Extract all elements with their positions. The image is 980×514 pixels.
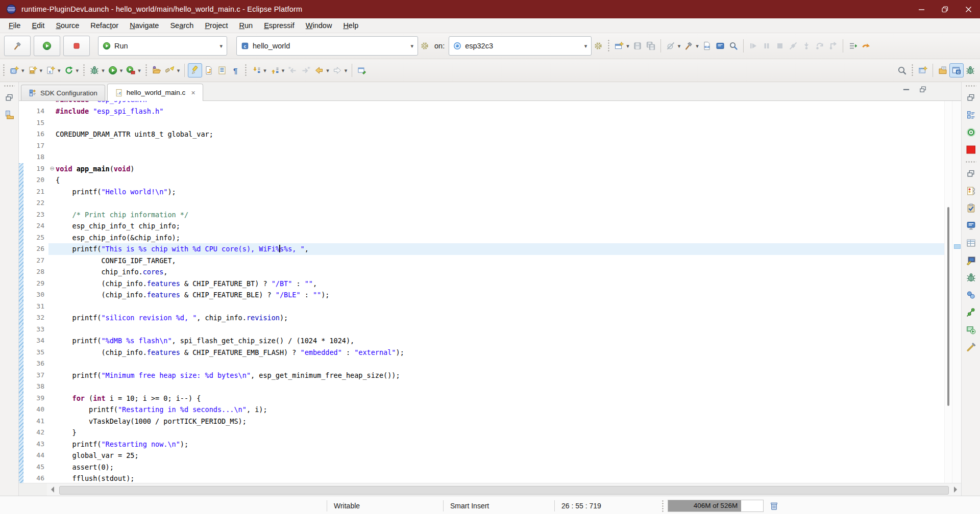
previous-annotation-button[interactable] [268, 64, 281, 77]
restore-view-button-2[interactable] [964, 166, 978, 181]
outline-view-button[interactable] [964, 108, 978, 122]
terminate-button[interactable] [773, 39, 787, 53]
code-line[interactable]: 39 for (int i = 10; i >= 0; i--) { [19, 393, 944, 404]
debug-button[interactable] [88, 64, 101, 77]
code-line[interactable]: 22 [19, 197, 944, 209]
console-view-button[interactable] [964, 218, 978, 233]
code-lines[interactable]: #include "esp_system.h"14#include "esp_s… [19, 101, 944, 483]
target-settings-button[interactable] [592, 39, 605, 53]
chevron-down-icon[interactable]: ▾ [58, 68, 61, 73]
toggle-mark-occurrences-button[interactable] [188, 63, 202, 78]
chevron-down-icon[interactable]: ▾ [263, 68, 266, 73]
code-line[interactable]: 18 [19, 151, 944, 163]
menu-edit[interactable]: Edit [26, 21, 50, 30]
code-line[interactable]: 35 (chip_info.features & CHIP_FEATURE_EM… [19, 347, 944, 358]
code-line[interactable]: 20{ [19, 174, 944, 186]
link-with-editor-button[interactable] [202, 64, 215, 77]
code-line[interactable]: 24 esp_chip_info_t chip_info; [19, 220, 944, 232]
pin-editor-button[interactable] [355, 64, 369, 77]
build-button[interactable] [4, 36, 31, 56]
step-into-button[interactable] [800, 39, 813, 53]
chevron-down-icon[interactable]: ▾ [177, 68, 180, 73]
menu-project[interactable]: Project [199, 21, 233, 30]
code-line[interactable]: 36 [19, 358, 944, 370]
restore-view-button[interactable] [2, 90, 16, 105]
breakpoints-view-button[interactable] [964, 288, 978, 302]
menu-run[interactable]: Run [234, 21, 259, 30]
heap-status-view-button[interactable] [964, 125, 978, 139]
chevron-down-icon[interactable]: ▾ [76, 68, 79, 73]
chevron-down-icon[interactable]: ▾ [120, 68, 123, 73]
scroll-right-arrow[interactable] [954, 486, 957, 493]
chevron-down-icon[interactable]: ▾ [678, 43, 681, 49]
quick-access-search-button[interactable] [895, 64, 909, 77]
code-line[interactable]: 45 assert(0); [19, 461, 944, 473]
code-line[interactable]: 34 printf("%dMB %s flash\n", spi_flash_g… [19, 335, 944, 347]
new-file-button[interactable] [26, 64, 39, 77]
terminate-launch-button[interactable] [63, 36, 90, 56]
suspend-button[interactable] [760, 39, 773, 53]
menu-navigate[interactable]: Navigate [124, 21, 164, 30]
code-line[interactable]: 23 /* Print chip information */ [19, 209, 944, 221]
drag-handle[interactable] [4, 85, 15, 87]
peripherals-view-button[interactable] [964, 340, 978, 354]
run-garbage-collector-button[interactable] [767, 499, 781, 512]
editor-horizontal-scrollbar[interactable] [19, 483, 961, 496]
search-marker-button[interactable] [163, 64, 177, 77]
window-close-button[interactable] [957, 0, 980, 18]
launch-config-settings-button[interactable] [418, 39, 431, 53]
restore-view-button[interactable] [964, 90, 978, 105]
code-line[interactable]: 43 printf("Restarting now.\n"); [19, 439, 944, 450]
menu-espressif[interactable]: Espressif [258, 21, 300, 30]
disconnect-button[interactable] [787, 39, 800, 53]
code-line[interactable]: 25 esp_chip_info(&chip_info); [19, 232, 944, 244]
code-line[interactable]: 40 printf("Restarting in %d seconds...\n… [19, 404, 944, 416]
problems-view-button[interactable] [964, 184, 978, 198]
window-minimize-button[interactable] [910, 0, 933, 18]
next-annotation-button[interactable] [250, 64, 263, 77]
c-cpp-perspective-button[interactable] [949, 63, 964, 78]
jump-to-frame-button[interactable] [860, 39, 873, 53]
minimize-editor-button[interactable] [902, 85, 911, 96]
launch-mode-combo[interactable]: Run ▾ [98, 36, 227, 56]
launch-button[interactable] [34, 36, 60, 56]
chevron-down-icon[interactable]: ▾ [21, 68, 24, 73]
open-element-button[interactable] [727, 39, 740, 53]
save-button[interactable] [631, 39, 644, 53]
run-button[interactable] [106, 64, 119, 77]
tasks-view-button[interactable] [964, 201, 978, 215]
menu-help[interactable]: Help [337, 21, 364, 30]
code-line[interactable]: 42 } [19, 427, 944, 439]
code-editor[interactable]: #include "esp_system.h"14#include "esp_s… [19, 101, 961, 483]
progress-view-button[interactable] [964, 322, 978, 337]
chevron-down-icon[interactable]: ▾ [40, 68, 43, 73]
binary-file-button[interactable] [700, 39, 714, 53]
menu-file[interactable]: File [3, 21, 26, 30]
instruction-stepping-button[interactable] [846, 39, 860, 53]
chevron-down-icon[interactable]: ▾ [345, 68, 348, 73]
menu-search[interactable]: Search [164, 21, 199, 30]
menu-source[interactable]: Source [50, 21, 85, 30]
properties-view-button[interactable] [964, 236, 978, 250]
code-line[interactable]: #include "esp_system.h" [19, 101, 944, 106]
chevron-down-icon[interactable]: ▾ [326, 68, 329, 73]
open-perspective-button[interactable] [916, 64, 929, 77]
tab-hello-world-main-c[interactable]: hello_world_main.c × [107, 84, 203, 101]
fold-collapse-icon[interactable]: ⊖ [48, 163, 56, 175]
last-edit-location-button[interactable] [286, 64, 299, 77]
recording-view-button[interactable] [964, 142, 978, 157]
resource-perspective-button[interactable] [936, 64, 949, 77]
show-outline-button[interactable] [215, 64, 229, 77]
back-button[interactable] [312, 64, 326, 77]
code-line[interactable]: 32 printf("silicon revision %d, ", chip_… [19, 312, 944, 324]
menu-window[interactable]: Window [300, 21, 338, 30]
save-all-button[interactable] [644, 39, 657, 53]
maximize-editor-button[interactable] [919, 85, 927, 96]
step-return-button[interactable] [826, 39, 840, 53]
code-line[interactable]: 14#include "esp_spi_flash.h" [19, 106, 944, 117]
drag-handle[interactable] [965, 161, 976, 163]
debug-view-button[interactable] [964, 270, 978, 285]
code-line[interactable]: 37 printf("Minimum free heap size: %d by… [19, 370, 944, 381]
scroll-left-arrow[interactable] [51, 486, 54, 493]
resume-button[interactable] [747, 39, 760, 53]
